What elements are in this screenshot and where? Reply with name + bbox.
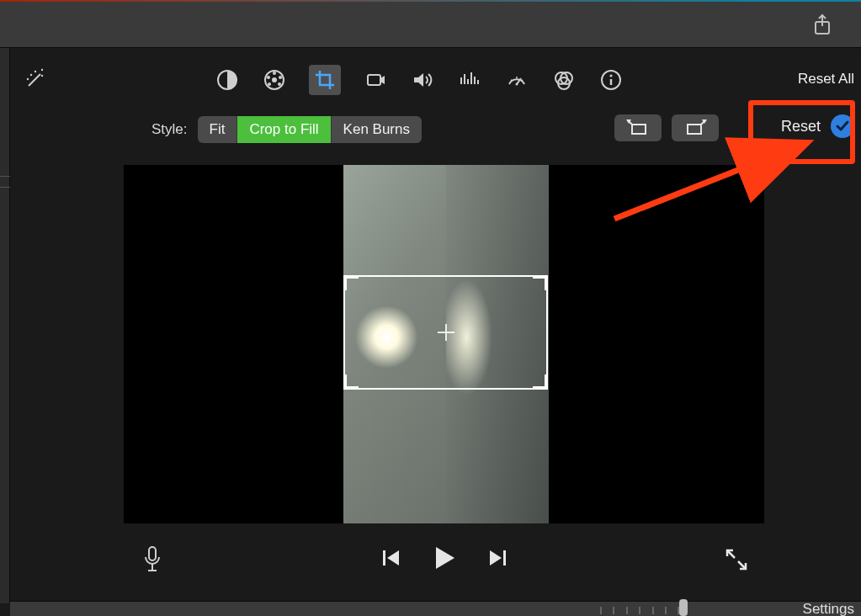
- svg-rect-36: [688, 125, 701, 134]
- svg-point-4: [41, 75, 43, 77]
- rotate-buttons: [614, 114, 719, 141]
- info-icon[interactable]: [598, 67, 624, 93]
- svg-line-2: [29, 74, 40, 86]
- reset-all-button[interactable]: Reset All: [798, 71, 854, 88]
- zoom-slider[interactable]: [600, 602, 693, 613]
- crop-handle-bottom-right[interactable]: [533, 374, 548, 390]
- playback-bar: [124, 539, 764, 581]
- title-bar: [0, 2, 861, 48]
- svg-point-15: [267, 76, 270, 79]
- bottom-bar: [10, 601, 861, 616]
- style-segmented-control: Fit Crop to Fill Ken Burns: [198, 116, 422, 143]
- svg-point-5: [30, 74, 32, 76]
- transport-controls: [380, 544, 508, 575]
- svg-point-24: [516, 83, 518, 86]
- left-rail: [0, 48, 10, 603]
- svg-marker-43: [436, 547, 454, 569]
- svg-rect-41: [383, 550, 385, 566]
- previous-frame-button[interactable]: [380, 547, 402, 572]
- share-icon[interactable]: [812, 13, 832, 37]
- svg-marker-44: [490, 550, 502, 566]
- style-option-fit[interactable]: Fit: [198, 116, 238, 143]
- svg-point-7: [27, 78, 29, 80]
- magic-wand-icon[interactable]: [24, 67, 47, 91]
- svg-line-46: [727, 550, 735, 558]
- crop-style-row: Style: Fit Crop to Fill Ken Burns: [151, 116, 422, 143]
- svg-point-6: [41, 69, 43, 71]
- svg-point-10: [272, 77, 277, 82]
- video-preview[interactable]: [124, 165, 764, 523]
- svg-marker-42: [387, 550, 399, 566]
- apply-crop-button[interactable]: [831, 114, 854, 138]
- svg-line-25: [511, 80, 513, 81]
- left-rail-divider: [0, 176, 10, 188]
- speed-icon[interactable]: [504, 67, 529, 93]
- svg-point-11: [273, 72, 276, 75]
- crop-handle-bottom-left[interactable]: [343, 374, 359, 390]
- adjustment-toolbar: [215, 65, 624, 95]
- settings-button[interactable]: Settings: [803, 601, 854, 616]
- svg-point-32: [609, 74, 612, 77]
- crop-center-crosshair: [438, 324, 454, 341]
- rotate-ccw-button[interactable]: [614, 114, 662, 141]
- fullscreen-icon[interactable]: [724, 547, 749, 572]
- svg-point-14: [268, 82, 271, 86]
- reset-crop-button[interactable]: Reset: [781, 118, 821, 135]
- zoom-knob[interactable]: [679, 599, 688, 616]
- svg-rect-45: [503, 550, 506, 566]
- svg-line-26: [521, 80, 523, 81]
- svg-point-12: [279, 76, 282, 79]
- clip-filter-icon[interactable]: [551, 67, 577, 93]
- next-frame-button[interactable]: [486, 547, 508, 572]
- volume-icon[interactable]: [410, 67, 435, 93]
- svg-point-3: [35, 71, 36, 72]
- rotate-cw-button[interactable]: [672, 114, 719, 141]
- svg-rect-34: [632, 125, 646, 134]
- crop-apply-group: Reset: [781, 114, 854, 138]
- color-correction-icon[interactable]: [262, 67, 287, 93]
- style-option-ken-burns[interactable]: Ken Burns: [332, 116, 422, 143]
- color-balance-icon[interactable]: [215, 67, 240, 93]
- style-label: Style:: [151, 121, 188, 138]
- noise-reduction-icon[interactable]: [457, 67, 482, 93]
- crop-icon[interactable]: [309, 65, 341, 95]
- crop-handle-top-left[interactable]: [343, 275, 359, 290]
- svg-rect-16: [368, 75, 380, 85]
- voiceover-mic-icon[interactable]: [141, 545, 164, 574]
- crop-rectangle[interactable]: [343, 275, 548, 390]
- stabilization-icon[interactable]: [363, 67, 388, 93]
- svg-rect-38: [149, 547, 156, 560]
- play-button[interactable]: [431, 544, 458, 575]
- svg-line-47: [738, 561, 746, 569]
- crop-handle-top-right[interactable]: [533, 275, 548, 290]
- style-option-crop-to-fill[interactable]: Crop to Fill: [237, 116, 331, 143]
- svg-point-13: [278, 82, 281, 86]
